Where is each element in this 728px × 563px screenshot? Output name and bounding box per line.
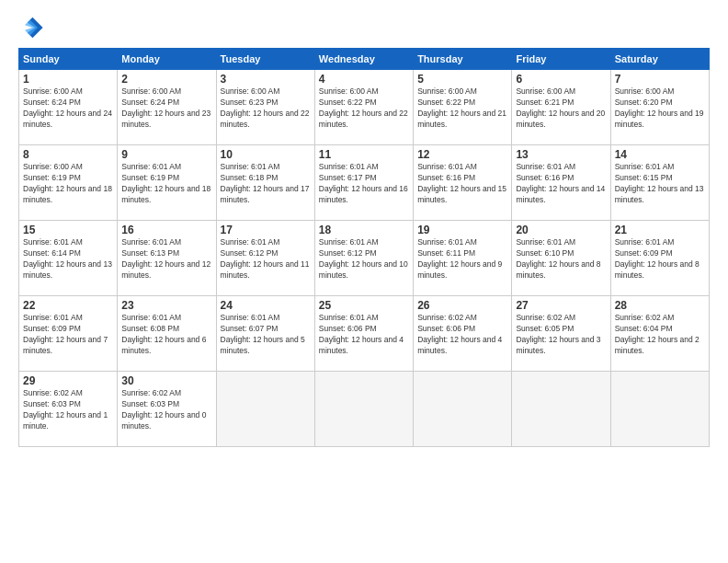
- calendar-cell: 9Sunrise: 6:01 AMSunset: 6:19 PMDaylight…: [118, 145, 216, 221]
- day-info: Sunrise: 6:01 AMSunset: 6:12 PMDaylight:…: [221, 237, 311, 282]
- day-number: 3: [221, 73, 311, 86]
- day-info: Sunrise: 6:00 AMSunset: 6:24 PMDaylight:…: [121, 86, 211, 131]
- day-number: 2: [121, 73, 211, 86]
- calendar-cell: 10Sunrise: 6:01 AMSunset: 6:18 PMDayligh…: [216, 145, 314, 221]
- day-header-thursday: Thursday: [414, 49, 512, 70]
- day-info: Sunrise: 6:00 AMSunset: 6:22 PMDaylight:…: [417, 86, 507, 131]
- calendar-cell: 1Sunrise: 6:00 AMSunset: 6:24 PMDaylight…: [19, 70, 118, 145]
- day-number: 5: [417, 73, 507, 86]
- day-info: Sunrise: 6:01 AMSunset: 6:10 PMDaylight:…: [516, 237, 606, 282]
- calendar-cell: 4Sunrise: 6:00 AMSunset: 6:22 PMDaylight…: [314, 70, 413, 145]
- week-row-1: 8Sunrise: 6:00 AMSunset: 6:19 PMDaylight…: [19, 145, 710, 221]
- day-number: 12: [417, 148, 507, 161]
- calendar-cell: 22Sunrise: 6:01 AMSunset: 6:09 PMDayligh…: [19, 296, 118, 372]
- calendar-cell: 24Sunrise: 6:01 AMSunset: 6:07 PMDayligh…: [216, 296, 314, 372]
- day-info: Sunrise: 6:00 AMSunset: 6:19 PMDaylight:…: [23, 162, 113, 206]
- day-info: Sunrise: 6:01 AMSunset: 6:19 PMDaylight:…: [121, 162, 211, 206]
- day-info: Sunrise: 6:02 AMSunset: 6:04 PMDaylight:…: [615, 313, 705, 357]
- calendar-cell: 27Sunrise: 6:02 AMSunset: 6:05 PMDayligh…: [512, 296, 610, 372]
- day-number: 6: [516, 73, 606, 86]
- day-info: Sunrise: 6:01 AMSunset: 6:15 PMDaylight:…: [615, 162, 705, 206]
- calendar-cell: 23Sunrise: 6:01 AMSunset: 6:08 PMDayligh…: [118, 296, 216, 372]
- day-number: 27: [516, 299, 606, 312]
- calendar-cell: 3Sunrise: 6:00 AMSunset: 6:23 PMDaylight…: [216, 70, 314, 145]
- day-info: Sunrise: 6:01 AMSunset: 6:13 PMDaylight:…: [121, 237, 211, 282]
- day-number: 21: [615, 224, 705, 236]
- calendar-cell: 5Sunrise: 6:00 AMSunset: 6:22 PMDaylight…: [414, 70, 512, 145]
- calendar-cell: 6Sunrise: 6:00 AMSunset: 6:21 PMDaylight…: [512, 70, 610, 145]
- day-number: 16: [121, 224, 211, 236]
- day-number: 20: [516, 224, 606, 236]
- calendar-cell: [610, 372, 709, 447]
- calendar-cell: [216, 372, 314, 447]
- week-row-2: 15Sunrise: 6:01 AMSunset: 6:14 PMDayligh…: [19, 221, 710, 296]
- day-header-wednesday: Wednesday: [314, 49, 413, 70]
- calendar-cell: 7Sunrise: 6:00 AMSunset: 6:20 PMDaylight…: [610, 70, 709, 145]
- logo-icon: [18, 15, 44, 40]
- day-info: Sunrise: 6:01 AMSunset: 6:17 PMDaylight:…: [319, 162, 409, 206]
- day-info: Sunrise: 6:02 AMSunset: 6:05 PMDaylight:…: [516, 313, 606, 357]
- calendar-table: SundayMondayTuesdayWednesdayThursdayFrid…: [18, 48, 710, 447]
- day-number: 23: [121, 299, 211, 312]
- week-row-0: 1Sunrise: 6:00 AMSunset: 6:24 PMDaylight…: [19, 70, 710, 145]
- day-number: 17: [221, 224, 311, 236]
- day-number: 10: [221, 148, 311, 161]
- day-info: Sunrise: 6:01 AMSunset: 6:14 PMDaylight:…: [23, 237, 113, 282]
- day-number: 8: [23, 148, 113, 161]
- calendar-cell: 26Sunrise: 6:02 AMSunset: 6:06 PMDayligh…: [414, 296, 512, 372]
- day-info: Sunrise: 6:00 AMSunset: 6:23 PMDaylight:…: [221, 86, 311, 131]
- day-header-saturday: Saturday: [610, 49, 709, 70]
- day-info: Sunrise: 6:02 AMSunset: 6:03 PMDaylight:…: [121, 388, 211, 432]
- day-number: 11: [319, 148, 409, 161]
- day-header-tuesday: Tuesday: [216, 49, 314, 70]
- day-number: 25: [319, 299, 409, 312]
- calendar-cell: 19Sunrise: 6:01 AMSunset: 6:11 PMDayligh…: [414, 221, 512, 296]
- calendar-cell: [512, 372, 610, 447]
- day-info: Sunrise: 6:00 AMSunset: 6:24 PMDaylight:…: [23, 86, 113, 131]
- day-number: 14: [615, 148, 705, 161]
- day-info: Sunrise: 6:00 AMSunset: 6:20 PMDaylight:…: [615, 86, 705, 131]
- calendar-cell: 29Sunrise: 6:02 AMSunset: 6:03 PMDayligh…: [19, 372, 118, 447]
- day-info: Sunrise: 6:00 AMSunset: 6:21 PMDaylight:…: [516, 86, 606, 131]
- day-number: 7: [615, 73, 705, 86]
- day-info: Sunrise: 6:01 AMSunset: 6:06 PMDaylight:…: [319, 313, 409, 357]
- day-info: Sunrise: 6:01 AMSunset: 6:07 PMDaylight:…: [221, 313, 311, 357]
- week-row-3: 22Sunrise: 6:01 AMSunset: 6:09 PMDayligh…: [19, 296, 710, 372]
- day-number: 9: [121, 148, 211, 161]
- day-number: 1: [23, 73, 113, 86]
- day-number: 28: [615, 299, 705, 312]
- day-info: Sunrise: 6:02 AMSunset: 6:06 PMDaylight:…: [417, 313, 507, 357]
- calendar-page: SundayMondayTuesdayWednesdayThursdayFrid…: [0, 0, 728, 563]
- calendar-cell: 2Sunrise: 6:00 AMSunset: 6:24 PMDaylight…: [118, 70, 216, 145]
- calendar-cell: 16Sunrise: 6:01 AMSunset: 6:13 PMDayligh…: [118, 221, 216, 296]
- header: [18, 15, 710, 40]
- day-number: 24: [221, 299, 311, 312]
- day-number: 13: [516, 148, 606, 161]
- calendar-cell: 12Sunrise: 6:01 AMSunset: 6:16 PMDayligh…: [414, 145, 512, 221]
- day-number: 18: [319, 224, 409, 236]
- calendar-cell: 17Sunrise: 6:01 AMSunset: 6:12 PMDayligh…: [216, 221, 314, 296]
- calendar-cell: 28Sunrise: 6:02 AMSunset: 6:04 PMDayligh…: [610, 296, 709, 372]
- calendar-cell: 14Sunrise: 6:01 AMSunset: 6:15 PMDayligh…: [610, 145, 709, 221]
- day-info: Sunrise: 6:01 AMSunset: 6:11 PMDaylight:…: [417, 237, 507, 282]
- calendar-cell: 11Sunrise: 6:01 AMSunset: 6:17 PMDayligh…: [314, 145, 413, 221]
- calendar-cell: [414, 372, 512, 447]
- calendar-cell: [314, 372, 413, 447]
- calendar-cell: 30Sunrise: 6:02 AMSunset: 6:03 PMDayligh…: [118, 372, 216, 447]
- calendar-cell: 20Sunrise: 6:01 AMSunset: 6:10 PMDayligh…: [512, 221, 610, 296]
- calendar-cell: 21Sunrise: 6:01 AMSunset: 6:09 PMDayligh…: [610, 221, 709, 296]
- day-info: Sunrise: 6:02 AMSunset: 6:03 PMDaylight:…: [23, 388, 113, 432]
- day-number: 26: [417, 299, 507, 312]
- week-row-4: 29Sunrise: 6:02 AMSunset: 6:03 PMDayligh…: [19, 372, 710, 447]
- day-info: Sunrise: 6:01 AMSunset: 6:12 PMDaylight:…: [319, 237, 409, 282]
- day-number: 29: [23, 374, 113, 387]
- day-header-friday: Friday: [512, 49, 610, 70]
- logo: [18, 15, 48, 40]
- calendar-cell: 18Sunrise: 6:01 AMSunset: 6:12 PMDayligh…: [314, 221, 413, 296]
- day-number: 22: [23, 299, 113, 312]
- day-info: Sunrise: 6:01 AMSunset: 6:09 PMDaylight:…: [23, 313, 113, 357]
- day-info: Sunrise: 6:01 AMSunset: 6:08 PMDaylight:…: [121, 313, 211, 357]
- day-info: Sunrise: 6:01 AMSunset: 6:18 PMDaylight:…: [221, 162, 311, 206]
- day-info: Sunrise: 6:01 AMSunset: 6:09 PMDaylight:…: [615, 237, 705, 282]
- calendar-cell: 25Sunrise: 6:01 AMSunset: 6:06 PMDayligh…: [314, 296, 413, 372]
